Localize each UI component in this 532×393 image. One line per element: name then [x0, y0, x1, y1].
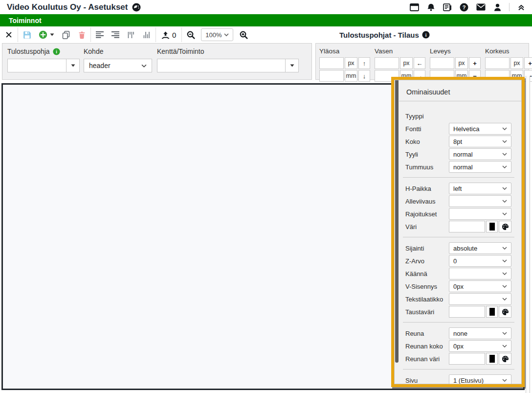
measure-2-px-input[interactable]: [430, 57, 454, 69]
panel-scrollbar-thumb[interactable]: [395, 80, 399, 363]
info-icon-green[interactable]: i: [53, 48, 60, 55]
property-label: Käännä: [405, 270, 427, 277]
border-color-input[interactable]: [449, 353, 485, 365]
background-color-input[interactable]: [449, 306, 485, 318]
left-button[interactable]: ←: [414, 57, 425, 69]
up-button[interactable]: ↑: [358, 57, 370, 69]
gauge-icon[interactable]: [132, 3, 141, 12]
property-label: Tekstilaatikko: [405, 296, 443, 303]
chevron-down-icon: [502, 285, 507, 288]
textbox-select[interactable]: [449, 293, 511, 305]
close-button[interactable]: [1, 27, 17, 42]
caret-down-icon: [50, 33, 54, 36]
border-size-select[interactable]: 0px: [449, 340, 511, 352]
tulostuspohja-dropdown-button[interactable]: [66, 59, 80, 72]
zoom-in-icon: [240, 31, 248, 39]
titlebar-icons: ?: [409, 0, 526, 14]
bar-chart-button[interactable]: [139, 27, 155, 42]
position-select[interactable]: absolute: [449, 242, 511, 254]
user-icon[interactable]: [492, 2, 502, 12]
border-color-swatch-button[interactable]: [486, 353, 498, 365]
kentta-input[interactable]: [157, 59, 285, 72]
property-label: Tyyppi: [405, 113, 424, 120]
delete-button[interactable]: [74, 27, 89, 42]
align-right-button[interactable]: [108, 27, 123, 42]
measure-0-mm-input[interactable]: [319, 70, 344, 82]
text-color-palette-button[interactable]: [499, 221, 511, 232]
increase-width-button[interactable]: +: [469, 57, 481, 69]
add-button[interactable]: [35, 27, 58, 42]
bell-icon[interactable]: [426, 2, 436, 12]
kentta-dropdown-button[interactable]: [285, 59, 299, 72]
toolbar-separator: [90, 27, 91, 42]
background-color-swatch-button[interactable]: [486, 306, 498, 318]
zoom-in-button[interactable]: [236, 27, 251, 42]
chevron-down-icon: [502, 200, 507, 203]
restrictions-select[interactable]: [449, 208, 511, 220]
vertical-scrollbar[interactable]: [526, 76, 530, 393]
zoom-out-button[interactable]: [183, 27, 199, 42]
text-color-swatch-button[interactable]: [486, 221, 498, 232]
background-color-palette-button[interactable]: [499, 306, 511, 318]
measure-0-px-input[interactable]: [319, 57, 344, 69]
info-icon[interactable]: i: [422, 31, 430, 39]
property-row: Z-Arvo 0: [405, 254, 511, 267]
zoom-level-value: 100%: [205, 31, 222, 39]
panel-title: Ominaisuudet: [399, 80, 521, 101]
upload-icon: [161, 31, 170, 39]
border-select-value: none: [453, 330, 467, 337]
rotate-select[interactable]: [449, 268, 511, 279]
z-index-select[interactable]: 0: [449, 255, 511, 267]
help-icon[interactable]: ?: [459, 2, 469, 12]
horizontal-align-select[interactable]: left: [449, 183, 511, 194]
menubar: Toiminnot: [0, 14, 532, 26]
underline-select[interactable]: [449, 195, 511, 207]
collapse-icon[interactable]: [516, 2, 526, 12]
property-label: V-Sisennys: [405, 283, 437, 290]
mm-unit-label: mm: [345, 70, 357, 82]
copy-button[interactable]: [58, 27, 74, 42]
page-select[interactable]: 1 (Etusivu): [449, 374, 511, 384]
mail-icon[interactable]: [476, 2, 486, 12]
window-icon[interactable]: [409, 2, 419, 12]
property-row: Alleviivaus: [405, 195, 511, 208]
copy-icon: [62, 31, 70, 39]
property-label: Reunan koko: [405, 343, 443, 350]
newspaper-icon[interactable]: [443, 2, 452, 12]
font-weight-select[interactable]: normal: [449, 161, 511, 173]
zoom-level-select[interactable]: 100%: [201, 28, 233, 41]
font-size-select[interactable]: 8pt: [449, 136, 511, 147]
menu-toiminnot[interactable]: Toiminnot: [9, 17, 42, 24]
increase-height-button[interactable]: +: [524, 57, 532, 69]
measure-1-px-input[interactable]: [375, 57, 399, 69]
toolbar-separator: [18, 27, 18, 42]
distribute-button[interactable]: [123, 27, 139, 42]
left-indent-select[interactable]: 0px: [449, 280, 511, 292]
page-title: Video Koulutus Oy - Asetukset: [7, 2, 141, 12]
text-color-input[interactable]: [449, 221, 485, 232]
upload-button[interactable]: 0: [157, 31, 180, 39]
section-divider: [403, 322, 514, 323]
measure-3-px-input[interactable]: [485, 57, 510, 69]
down-button[interactable]: ↓: [358, 70, 370, 82]
align-left-button[interactable]: [92, 27, 108, 42]
property-label: Sijainti: [405, 245, 424, 252]
property-label: Z-Arvo: [405, 257, 424, 265]
font-style-select[interactable]: normal: [449, 148, 511, 160]
page-title-text: Video Koulutus Oy - Asetukset: [7, 2, 128, 12]
property-label: Koko: [405, 138, 420, 145]
properties-panel: Ominaisuudet TyyppiFontti Helvetica Koko…: [391, 77, 525, 387]
border-select[interactable]: none: [449, 327, 511, 339]
tulostuspohja-input[interactable]: [7, 59, 66, 72]
kohde-select[interactable]: header: [84, 59, 152, 72]
font-select[interactable]: Helvetica: [449, 123, 511, 135]
caret-down-icon: [71, 64, 75, 67]
property-row: Koko 8pt: [405, 135, 511, 148]
save-button[interactable]: [19, 27, 35, 42]
border-color-palette-button[interactable]: [499, 353, 511, 365]
property-label: Taustaväri: [405, 308, 434, 316]
svg-text:?: ?: [463, 4, 466, 10]
kohde-value: header: [89, 62, 111, 69]
chevron-down-icon: [502, 379, 507, 382]
property-row: Käännä: [405, 267, 511, 280]
